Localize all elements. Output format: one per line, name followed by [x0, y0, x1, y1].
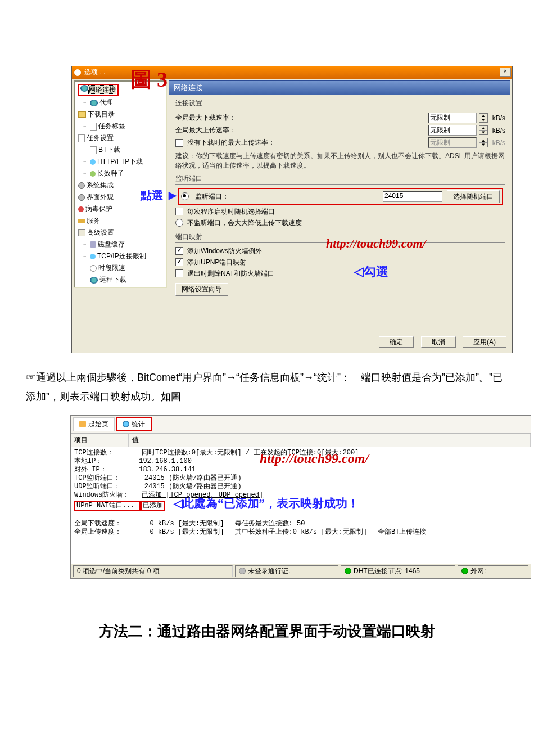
- gear-icon: [78, 194, 85, 201]
- tree-item-15[interactable]: 时段限速: [75, 262, 166, 274]
- options-panel: 网络连接 连接设置 全局最大下载速率： 无限制 ▲▼ kB/s 全局最大上传速率…: [169, 79, 512, 353]
- close-button[interactable]: ×: [500, 68, 511, 76]
- col-item: 项目: [71, 434, 129, 447]
- tree-item-2[interactable]: 下载目录: [75, 109, 166, 120]
- tree-item-label: BT下载: [98, 145, 120, 155]
- noul-spinner[interactable]: ▲▼: [479, 138, 488, 147]
- net-icon: [90, 159, 96, 165]
- tree-item-4[interactable]: 任务设置: [75, 132, 166, 144]
- tree-item-16[interactable]: 远程下载: [75, 274, 166, 286]
- tree-item-10[interactable]: 病毒保护: [75, 203, 166, 215]
- wan-indicator-icon: [461, 568, 468, 574]
- sb-dht: DHT已连接节点: 1465: [354, 566, 420, 576]
- unit: kB/s: [492, 127, 505, 134]
- gear-icon: [78, 182, 85, 189]
- tree-item-label: 任务标签: [98, 122, 125, 131]
- tab-home[interactable]: 起始页: [73, 417, 115, 431]
- clock-icon: [90, 265, 97, 272]
- home-icon: [79, 421, 86, 428]
- svc-icon: [78, 219, 85, 223]
- tree-item-5[interactable]: BT下载: [75, 144, 166, 156]
- stats-window: 起始页 统计 项目 值 TCP连接数： 同时TCP连接数:0[最大:无限制] /…: [70, 415, 531, 579]
- tree-item-3[interactable]: 任务标签: [75, 120, 166, 132]
- window-title: 选项 . .: [84, 68, 105, 76]
- group-connection: 连接设置: [175, 97, 505, 109]
- pass-indicator-icon: [239, 568, 246, 574]
- ok-button[interactable]: 确定: [379, 336, 414, 348]
- annotation-click: 點選: [141, 188, 163, 203]
- noul-label: 没有下载时的最大上传速率：: [187, 138, 333, 147]
- watermark: http://touch99.com/: [260, 454, 369, 463]
- annotation-check: 勾選: [354, 263, 388, 280]
- stats-icon: [123, 421, 129, 428]
- nav-tree: 网络连接代理下载目录任务标签任务设置BT下载HTTP/FTP下载长效种子系统集成…: [74, 80, 167, 288]
- noul-checkbox[interactable]: [175, 139, 183, 147]
- tree-item-12[interactable]: 高级设置: [75, 227, 166, 238]
- tree-item-label: 网络连接: [88, 85, 116, 94]
- stats-header: 项目 值: [71, 434, 531, 447]
- heading-method-2: 方法二：通过路由器网络配置界面手动设置端口映射: [39, 618, 495, 645]
- unit: kB/s: [492, 114, 505, 122]
- seed-icon: [90, 171, 96, 177]
- firewall-label: 添加Windows防火墙例外: [187, 246, 262, 256]
- tab-stats[interactable]: 统计: [116, 417, 152, 431]
- tree-item-label: 系统集成: [87, 181, 114, 190]
- doc-icon: [78, 134, 85, 142]
- folder-icon: [78, 111, 86, 118]
- apply-button[interactable]: 应用(A): [463, 336, 506, 348]
- adv-icon: [78, 229, 85, 236]
- tree-item-6[interactable]: HTTP/FTP下载: [75, 156, 166, 168]
- tree-item-1[interactable]: 代理: [75, 97, 166, 109]
- sb-wan: 外网:: [470, 566, 486, 576]
- tree-item-label: HTTP/FTP下载: [97, 157, 143, 166]
- tree-item-label: 时段限速: [98, 263, 125, 273]
- random-start-checkbox[interactable]: [175, 208, 183, 215]
- group-listen: 监听端口: [175, 173, 505, 184]
- delete-label: 退出时删除NAT和防火墙端口: [187, 269, 274, 278]
- dl-rate-input[interactable]: 无限制: [428, 112, 477, 123]
- random-start-label: 每次程序启动时随机选择端口: [187, 207, 275, 217]
- wizard-button[interactable]: 网络设置向导: [175, 283, 228, 296]
- ul-rate-spinner[interactable]: ▲▼: [479, 125, 488, 135]
- tree-item-11[interactable]: 服务: [75, 215, 166, 227]
- tree-item-label: 远程下载: [99, 275, 126, 285]
- dl-rate-label: 全局最大下载速率：: [175, 113, 333, 123]
- watermark: http://touch99.com/: [326, 236, 426, 251]
- dialog-buttons: 确定 取消 应用(A): [169, 333, 512, 353]
- tab-strip: 起始页 统计: [71, 416, 531, 434]
- ul-rate-label: 全局最大上传速率：: [175, 125, 333, 135]
- tree-item-14[interactable]: TCP/IP连接限制: [75, 250, 166, 262]
- paragraph-1: ☞通過以上兩個步驟後，BitComet“用户界面”→“任务信息面板”→“统计”：…: [26, 368, 506, 406]
- tree-item-label: 任务设置: [87, 133, 114, 143]
- ul-rate-input[interactable]: 无限制: [428, 125, 477, 136]
- tree-item-7[interactable]: 长效种子: [75, 168, 166, 179]
- firewall-checkbox[interactable]: [175, 247, 183, 255]
- upnp-label: 添加UPNP端口映射: [187, 258, 246, 267]
- nolisten-label: 不监听端口，会大大降低上传下载速度: [187, 218, 302, 228]
- tree-item-label: TCP/IP连接限制: [97, 251, 146, 261]
- hint-text: 建议：你的下载速度与上传速度有密切的关系。如果不上传给别人，别人也不会让你下载。…: [175, 151, 505, 170]
- globe-icon: [80, 85, 88, 92]
- cancel-button[interactable]: 取消: [421, 336, 456, 348]
- random-port-button[interactable]: 选择随机端口: [447, 190, 500, 203]
- figure-label: 圖 3: [130, 65, 168, 94]
- tree-item-13[interactable]: 磁盘缓存: [75, 238, 166, 250]
- nolisten-radio[interactable]: [175, 219, 183, 227]
- noul-input: 无限制: [428, 137, 477, 148]
- globe-icon: [90, 277, 98, 284]
- status-bar: 0 项选中/当前类别共有 0 项 未登录通行证. DHT已连接节点: 1465 …: [71, 564, 531, 578]
- port-input[interactable]: 24015: [383, 191, 442, 202]
- listen-radio[interactable]: [181, 192, 189, 200]
- app-icon: [74, 69, 81, 76]
- tree-item-label: 下载目录: [88, 110, 115, 119]
- tree-item-label: 长效种子: [97, 169, 124, 178]
- sb-selection: 0 项选中/当前类别共有 0 项: [77, 566, 160, 576]
- dl-rate-spinner[interactable]: ▲▼: [479, 113, 488, 123]
- upnp-checkbox[interactable]: [175, 258, 183, 266]
- tree-item-label: 界面外观: [87, 192, 114, 202]
- options-dialog: 选项 . . × 圖 3 點選 ▶ 网络连接代理下载目录任务标签任务设置BT下载…: [71, 66, 513, 353]
- listen-radio-label: 监听端口：: [195, 192, 229, 201]
- tree-item-label: 病毒保护: [85, 204, 112, 214]
- tree-item-label: 磁盘缓存: [98, 240, 125, 249]
- delete-checkbox[interactable]: [175, 269, 183, 277]
